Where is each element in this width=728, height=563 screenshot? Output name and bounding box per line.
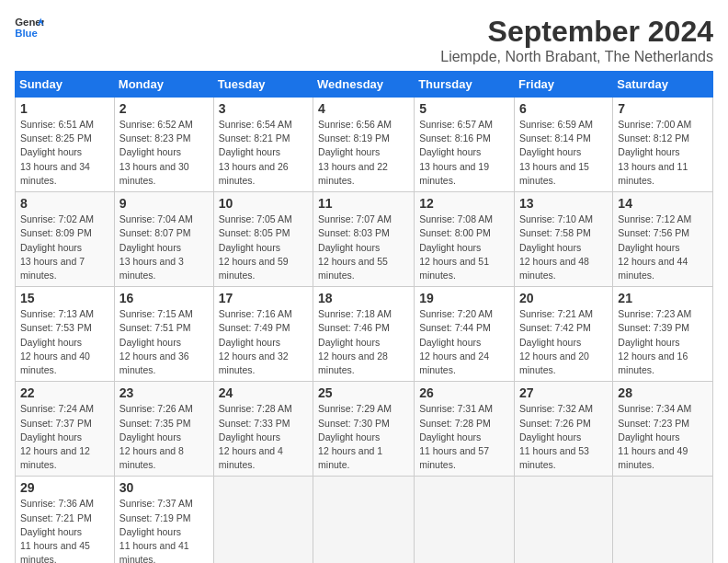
day-info: Sunrise: 6:59 AMSunset: 8:14 PMDaylight … — [519, 118, 608, 188]
day-number: 24 — [219, 385, 308, 400]
day-number: 17 — [219, 291, 308, 305]
day-info: Sunrise: 7:29 AMSunset: 7:30 PMDaylight … — [318, 402, 409, 472]
day-info: Sunrise: 7:34 AMSunset: 7:23 PMDaylight … — [618, 402, 708, 472]
title-area: September 2024 Liempde, North Brabant, T… — [440, 15, 713, 65]
day-number: 8 — [20, 196, 109, 211]
table-row — [313, 477, 415, 563]
table-row: 5Sunrise: 6:57 AMSunset: 8:16 PMDaylight… — [415, 98, 515, 192]
table-row: 15Sunrise: 7:13 AMSunset: 7:53 PMDayligh… — [16, 287, 115, 382]
weekday-header-row: SundayMondayTuesdayWednesdayThursdayFrid… — [16, 72, 713, 98]
table-row — [515, 477, 613, 563]
day-number: 7 — [618, 101, 708, 116]
day-info: Sunrise: 7:15 AMSunset: 7:51 PMDaylight … — [119, 307, 209, 377]
day-info: Sunrise: 7:24 AMSunset: 7:37 PMDaylight … — [20, 402, 109, 472]
weekday-header: Friday — [515, 72, 613, 98]
day-number: 6 — [519, 101, 608, 116]
day-number: 19 — [419, 291, 509, 305]
day-number: 4 — [318, 101, 409, 116]
table-row: 22Sunrise: 7:24 AMSunset: 7:37 PMDayligh… — [16, 382, 115, 477]
table-row: 3Sunrise: 6:54 AMSunset: 8:21 PMDaylight… — [213, 98, 313, 192]
calendar-week-row: 15Sunrise: 7:13 AMSunset: 7:53 PMDayligh… — [16, 287, 713, 382]
day-info: Sunrise: 7:07 AMSunset: 8:03 PMDaylight … — [318, 213, 409, 282]
table-row: 30Sunrise: 7:37 AMSunset: 7:19 PMDayligh… — [114, 477, 213, 563]
table-row: 23Sunrise: 7:26 AMSunset: 7:35 PMDayligh… — [114, 382, 213, 477]
day-number: 30 — [119, 480, 209, 495]
day-number: 25 — [318, 385, 409, 400]
day-info: Sunrise: 7:16 AMSunset: 7:49 PMDaylight … — [219, 307, 308, 377]
table-row: 14Sunrise: 7:12 AMSunset: 7:56 PMDayligh… — [613, 192, 713, 287]
day-number: 3 — [219, 101, 308, 116]
day-info: Sunrise: 7:05 AMSunset: 8:05 PMDaylight … — [219, 213, 308, 282]
day-info: Sunrise: 7:18 AMSunset: 7:46 PMDaylight … — [318, 307, 409, 377]
table-row: 4Sunrise: 6:56 AMSunset: 8:19 PMDaylight… — [313, 98, 415, 192]
day-number: 5 — [419, 101, 509, 116]
day-info: Sunrise: 6:56 AMSunset: 8:19 PMDaylight … — [318, 118, 409, 188]
day-number: 28 — [618, 385, 708, 400]
table-row: 11Sunrise: 7:07 AMSunset: 8:03 PMDayligh… — [313, 192, 415, 287]
day-info: Sunrise: 7:20 AMSunset: 7:44 PMDaylight … — [419, 307, 509, 377]
day-info: Sunrise: 7:02 AMSunset: 8:09 PMDaylight … — [20, 213, 109, 282]
day-info: Sunrise: 7:10 AMSunset: 7:58 PMDaylight … — [519, 213, 608, 282]
day-number: 1 — [20, 101, 109, 116]
day-info: Sunrise: 7:04 AMSunset: 8:07 PMDaylight … — [119, 213, 209, 282]
day-number: 27 — [519, 385, 608, 400]
day-number: 18 — [318, 291, 409, 305]
day-info: Sunrise: 6:57 AMSunset: 8:16 PMDaylight … — [419, 118, 509, 188]
day-info: Sunrise: 7:23 AMSunset: 7:39 PMDaylight … — [618, 307, 708, 377]
table-row: 27Sunrise: 7:32 AMSunset: 7:26 PMDayligh… — [515, 382, 613, 477]
day-number: 21 — [618, 291, 708, 305]
calendar-week-row: 22Sunrise: 7:24 AMSunset: 7:37 PMDayligh… — [16, 382, 713, 477]
logo-icon: General Blue — [15, 15, 44, 40]
table-row: 28Sunrise: 7:34 AMSunset: 7:23 PMDayligh… — [613, 382, 713, 477]
day-number: 13 — [519, 196, 608, 211]
table-row: 26Sunrise: 7:31 AMSunset: 7:28 PMDayligh… — [415, 382, 515, 477]
day-info: Sunrise: 7:08 AMSunset: 8:00 PMDaylight … — [419, 213, 509, 282]
weekday-header: Saturday — [613, 72, 713, 98]
table-row: 18Sunrise: 7:18 AMSunset: 7:46 PMDayligh… — [313, 287, 415, 382]
table-row: 20Sunrise: 7:21 AMSunset: 7:42 PMDayligh… — [515, 287, 613, 382]
day-number: 14 — [618, 196, 708, 211]
table-row: 7Sunrise: 7:00 AMSunset: 8:12 PMDaylight… — [613, 98, 713, 192]
table-row — [613, 477, 713, 563]
table-row: 6Sunrise: 6:59 AMSunset: 8:14 PMDaylight… — [515, 98, 613, 192]
day-info: Sunrise: 7:00 AMSunset: 8:12 PMDaylight … — [618, 118, 708, 188]
page-header: General Blue September 2024 Liempde, Nor… — [15, 15, 713, 65]
day-info: Sunrise: 7:13 AMSunset: 7:53 PMDaylight … — [20, 307, 109, 377]
table-row: 1Sunrise: 6:51 AMSunset: 8:25 PMDaylight… — [16, 98, 115, 192]
table-row — [415, 477, 515, 563]
weekday-header: Sunday — [16, 72, 115, 98]
table-row: 24Sunrise: 7:28 AMSunset: 7:33 PMDayligh… — [213, 382, 313, 477]
day-number: 2 — [119, 101, 209, 116]
day-number: 20 — [519, 291, 608, 305]
table-row: 29Sunrise: 7:36 AMSunset: 7:21 PMDayligh… — [16, 477, 115, 563]
calendar-week-row: 1Sunrise: 6:51 AMSunset: 8:25 PMDaylight… — [16, 98, 713, 192]
day-info: Sunrise: 7:32 AMSunset: 7:26 PMDaylight … — [519, 402, 608, 472]
weekday-header: Monday — [114, 72, 213, 98]
day-info: Sunrise: 6:51 AMSunset: 8:25 PMDaylight … — [20, 118, 109, 188]
table-row: 13Sunrise: 7:10 AMSunset: 7:58 PMDayligh… — [515, 192, 613, 287]
day-info: Sunrise: 7:31 AMSunset: 7:28 PMDaylight … — [419, 402, 509, 472]
day-number: 22 — [20, 385, 109, 400]
day-info: Sunrise: 7:36 AMSunset: 7:21 PMDaylight … — [20, 497, 109, 563]
calendar-table: SundayMondayTuesdayWednesdayThursdayFrid… — [15, 71, 713, 563]
day-number: 16 — [119, 291, 209, 305]
day-number: 9 — [119, 196, 209, 211]
day-info: Sunrise: 7:21 AMSunset: 7:42 PMDaylight … — [519, 307, 608, 377]
day-number: 15 — [20, 291, 109, 305]
table-row: 25Sunrise: 7:29 AMSunset: 7:30 PMDayligh… — [313, 382, 415, 477]
table-row: 21Sunrise: 7:23 AMSunset: 7:39 PMDayligh… — [613, 287, 713, 382]
weekday-header: Wednesday — [313, 72, 415, 98]
table-row: 16Sunrise: 7:15 AMSunset: 7:51 PMDayligh… — [114, 287, 213, 382]
day-info: Sunrise: 7:26 AMSunset: 7:35 PMDaylight … — [119, 402, 209, 472]
table-row: 9Sunrise: 7:04 AMSunset: 8:07 PMDaylight… — [114, 192, 213, 287]
svg-text:Blue: Blue — [15, 28, 38, 39]
day-info: Sunrise: 7:37 AMSunset: 7:19 PMDaylight … — [119, 497, 209, 563]
day-number: 26 — [419, 385, 509, 400]
table-row: 12Sunrise: 7:08 AMSunset: 8:00 PMDayligh… — [415, 192, 515, 287]
day-info: Sunrise: 7:28 AMSunset: 7:33 PMDaylight … — [219, 402, 308, 472]
location-title: Liempde, North Brabant, The Netherlands — [440, 49, 713, 65]
weekday-header: Tuesday — [213, 72, 313, 98]
day-number: 10 — [219, 196, 308, 211]
logo: General Blue — [15, 15, 44, 40]
table-row: 10Sunrise: 7:05 AMSunset: 8:05 PMDayligh… — [213, 192, 313, 287]
